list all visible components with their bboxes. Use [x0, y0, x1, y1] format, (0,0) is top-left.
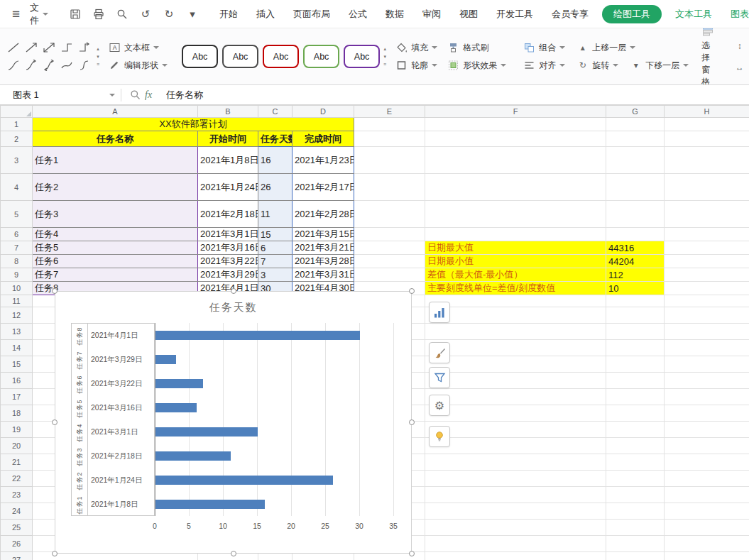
- row-header-23[interactable]: 23: [1, 487, 33, 503]
- cell[interactable]: [606, 503, 665, 520]
- scroll-down-icon[interactable]: ▾: [97, 54, 99, 60]
- cell-task-name[interactable]: 任务1: [33, 147, 198, 174]
- cell[interactable]: [425, 147, 606, 174]
- cell[interactable]: [665, 282, 749, 295]
- row-header-11[interactable]: 11: [1, 295, 33, 307]
- row-header-13[interactable]: 13: [1, 324, 33, 340]
- chart-bar[interactable]: [155, 355, 176, 364]
- row-header-20[interactable]: 20: [1, 438, 33, 454]
- shape-gallery-scroll[interactable]: ▴ ▾ ≡: [94, 46, 102, 67]
- task-days-chart[interactable]: 任务天数 任务82021年4月1日任务72021年3月29日任务62021年3月…: [55, 291, 412, 554]
- row-header-10[interactable]: 10: [1, 282, 33, 295]
- menu-tab[interactable]: 会员专享: [542, 5, 598, 23]
- row-header-2[interactable]: 2: [1, 131, 33, 147]
- gallery-more-icon[interactable]: ≡: [97, 62, 99, 67]
- chart-resize-handle[interactable]: [52, 551, 58, 556]
- cell[interactable]: [665, 471, 749, 487]
- cell[interactable]: [606, 422, 665, 438]
- outline-button[interactable]: 轮廓: [393, 59, 440, 72]
- cell[interactable]: [606, 552, 665, 560]
- cell[interactable]: [425, 454, 606, 471]
- align-button[interactable]: 对齐: [520, 59, 568, 72]
- shape-style-preset[interactable]: Abc: [263, 45, 299, 68]
- cell[interactable]: [425, 118, 606, 131]
- cell-days[interactable]: 26: [258, 174, 293, 201]
- cell[interactable]: [425, 340, 606, 356]
- row-header-25[interactable]: 25: [1, 520, 33, 536]
- cell[interactable]: [354, 255, 425, 268]
- cell[interactable]: [665, 307, 749, 324]
- cell-task-name[interactable]: 任务5: [33, 241, 198, 255]
- chart-bar[interactable]: [155, 451, 231, 461]
- cell[interactable]: [665, 520, 749, 536]
- main-menu-icon[interactable]: ≡: [7, 6, 25, 22]
- cell[interactable]: [425, 307, 606, 324]
- cell-start-date[interactable]: 2021年3月16日: [198, 241, 258, 255]
- cell-end-date[interactable]: 2021年2月28日: [293, 201, 354, 228]
- cell[interactable]: [606, 147, 665, 174]
- cell[interactable]: [425, 356, 606, 373]
- menu-tab[interactable]: 插入: [247, 5, 284, 23]
- select-all-corner[interactable]: [1, 106, 33, 118]
- menu-tab[interactable]: 视图: [450, 5, 487, 23]
- elbow-connector-shape-button[interactable]: [58, 39, 75, 57]
- cell[interactable]: [425, 405, 606, 422]
- elbow-arrow-connector-shape-button[interactable]: [75, 39, 93, 57]
- cell[interactable]: [665, 405, 749, 422]
- zoom-formula-icon[interactable]: [130, 89, 141, 100]
- column-header-B[interactable]: B: [198, 106, 258, 118]
- cell[interactable]: [354, 118, 425, 131]
- row-header-26[interactable]: 26: [1, 536, 33, 552]
- chart-resize-handle[interactable]: [52, 288, 58, 294]
- gallery-more-icon[interactable]: ≡: [383, 62, 386, 67]
- name-box[interactable]: 图表 1: [0, 85, 121, 104]
- cell[interactable]: [354, 228, 425, 241]
- chart-resize-handle[interactable]: [231, 288, 236, 294]
- row-header-16[interactable]: 16: [1, 373, 33, 389]
- cell[interactable]: [665, 422, 749, 438]
- cell-days[interactable]: 6: [258, 241, 293, 255]
- cell-end-date[interactable]: 2021年3月21日: [293, 241, 354, 255]
- cell-days[interactable]: 15: [258, 228, 293, 241]
- cell[interactable]: [425, 503, 606, 520]
- column-header-H[interactable]: H: [665, 106, 749, 118]
- chart-settings-button[interactable]: ⚙: [429, 395, 450, 416]
- cell-sheet-title[interactable]: XX软件部署计划: [33, 118, 354, 131]
- scroll-up-icon[interactable]: ▴: [383, 46, 386, 52]
- style-gallery-scroll[interactable]: ▴ ▾ ≡: [381, 46, 388, 67]
- cell-start-date[interactable]: 2021年1月24日: [198, 174, 258, 201]
- cell-calc-value[interactable]: 44204: [606, 255, 665, 268]
- cell-start-date[interactable]: 2021年3月22日: [198, 255, 258, 268]
- row-header-27[interactable]: 27: [1, 552, 33, 560]
- cell[interactable]: [354, 131, 425, 147]
- cell[interactable]: [425, 131, 606, 147]
- column-header-G[interactable]: G: [606, 106, 665, 118]
- column-header-C[interactable]: C: [258, 106, 293, 118]
- row-header-17[interactable]: 17: [1, 389, 33, 405]
- menu-tab[interactable]: 数据: [376, 5, 413, 23]
- chart-resize-handle[interactable]: [52, 419, 58, 425]
- formula-input[interactable]: [158, 84, 749, 105]
- cell-task-name[interactable]: 任务2: [33, 174, 198, 201]
- curve-shape-button[interactable]: [58, 57, 75, 75]
- send-backward-button[interactable]: ▾ 下移一层: [627, 59, 691, 72]
- cell[interactable]: [354, 147, 425, 174]
- cell[interactable]: [665, 324, 749, 340]
- cell-start-date[interactable]: 2021年1月8日: [198, 147, 258, 174]
- edit-shape-button[interactable]: 编辑形状: [106, 59, 170, 72]
- row-header-5[interactable]: 5: [1, 201, 33, 228]
- column-header-A[interactable]: A: [33, 106, 198, 118]
- menu-tab[interactable]: 公式: [339, 5, 376, 23]
- cell[interactable]: [606, 356, 665, 373]
- row-header-1[interactable]: 1: [1, 118, 33, 131]
- scroll-up-icon[interactable]: ▴: [97, 46, 99, 52]
- chart-idea-button[interactable]: [429, 426, 450, 447]
- cell[interactable]: [606, 373, 665, 389]
- chart-bar[interactable]: [155, 379, 203, 388]
- cell[interactable]: [425, 536, 606, 552]
- insert-function-button[interactable]: fx: [145, 89, 152, 101]
- shape-style-preset[interactable]: Abc: [222, 45, 258, 68]
- fill-button[interactable]: 填充: [393, 41, 440, 55]
- cell[interactable]: [665, 118, 749, 131]
- shape-effects-button[interactable]: 形状效果: [444, 59, 509, 72]
